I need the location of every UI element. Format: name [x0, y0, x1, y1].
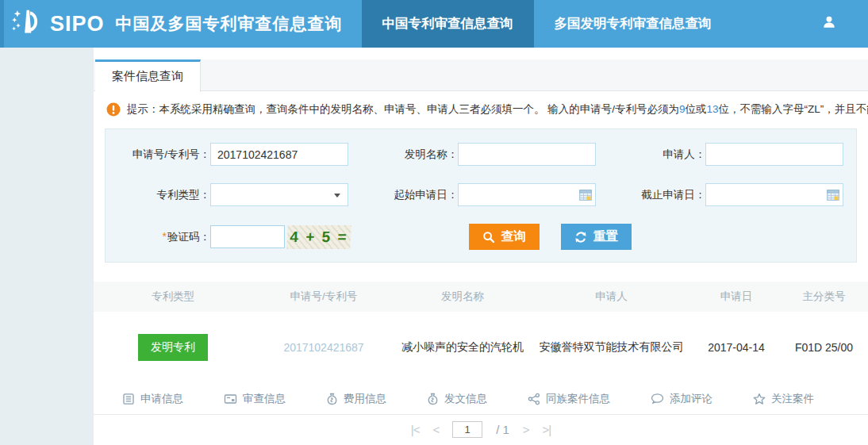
row-main-class: F01D 25/00 — [780, 341, 868, 354]
invention-name-input[interactable] — [458, 143, 596, 166]
document-icon — [122, 393, 135, 405]
captcha-label: *验证码： — [106, 230, 210, 244]
sipo-logo-icon — [10, 7, 45, 40]
action-issued-document-info[interactable]: 发文信息 — [427, 392, 487, 406]
pagination: |< < / 1 > >| — [94, 415, 868, 438]
results-header-row: 专利类型 申请号/专利号 发明名称 申请人 申请日 主分类号 — [94, 282, 868, 312]
top-header: SIPO 中国及多国专利审查信息查询 中国专利审查信息查询 多国发明专利审查信息… — [0, 0, 868, 48]
logo-text: SIPO — [50, 12, 105, 36]
app-number-label: 申请号/专利号： — [106, 148, 210, 162]
date-to-label: 截止申请日： — [601, 188, 705, 202]
col-patent-type: 专利类型 — [94, 290, 252, 304]
required-asterisk: * — [163, 230, 167, 243]
nav-tab-china-patent[interactable]: 中国专利审查信息查询 — [362, 0, 534, 48]
col-applicant: 申请人 — [530, 290, 693, 304]
notice-bar: 提示：本系统采用精确查询，查询条件中的发明名称、申请号、申请人三者必须填一个。 … — [106, 102, 855, 117]
date-from-input[interactable] — [458, 183, 596, 206]
date-from-label: 起始申请日： — [353, 188, 458, 202]
form-row-2: 专利类型： 起始申请日： — [106, 183, 856, 206]
patent-type-select[interactable] — [210, 183, 348, 206]
search-icon — [482, 231, 495, 244]
form-buttons: 查询 重置 — [469, 224, 632, 250]
calendar-icon[interactable] — [827, 189, 839, 201]
brand: SIPO 中国及多国专利审查信息查询 — [4, 7, 343, 40]
comment-icon — [651, 393, 664, 405]
row-invention-name: 减小噪声的安全的汽轮机 — [395, 340, 530, 355]
action-add-comment[interactable]: 添加评论 — [651, 392, 712, 406]
field-captcha: *验证码： 4 + 5 = — [106, 225, 375, 249]
applicant-label: 申请人： — [601, 148, 705, 162]
page-total-label: / 1 — [496, 423, 509, 436]
field-applicant: 申请人： — [601, 143, 848, 166]
invention-name-label: 发明名称： — [353, 148, 458, 162]
date-to-input[interactable] — [705, 183, 843, 206]
notice-digit-13: 13 — [707, 103, 719, 115]
results-table: 专利类型 申请号/专利号 发明名称 申请人 申请日 主分类号 发明专利 2017… — [94, 282, 868, 438]
chevron-down-icon — [334, 194, 340, 198]
captcha-image[interactable]: 4 + 5 = — [286, 225, 351, 249]
field-invention-name: 发明名称： — [353, 143, 601, 166]
main-content: 案件信息查询 提示：本系统采用精确查询，查询条件中的发明名称、申请号、申请人三者… — [94, 48, 868, 445]
action-fee-info[interactable]: 费用信息 — [326, 392, 386, 406]
action-follow-case[interactable]: 关注案件 — [753, 392, 814, 406]
col-invention-name: 发明名称 — [395, 290, 530, 304]
notice-text: 提示：本系统采用精确查询，查询条件中的发明名称、申请号、申请人三者必须填一个。 … — [127, 102, 868, 117]
last-page-button[interactable]: >| — [543, 423, 551, 436]
money-bag-icon — [427, 393, 439, 405]
notice-digit-9: 9 — [679, 103, 686, 115]
col-app-date: 申请日 — [693, 290, 780, 304]
action-examination-info[interactable]: 审查信息 — [224, 392, 286, 406]
action-application-info[interactable]: 申请信息 — [122, 392, 183, 406]
query-form: 申请号/专利号： 发明名称： 申请人： 专利类型： 起始申请日： — [105, 129, 857, 263]
row-action-links: 申请信息 审查信息 费 — [94, 383, 868, 415]
user-account-button[interactable] — [822, 15, 836, 33]
search-button[interactable]: 查询 — [469, 224, 540, 250]
prev-page-button[interactable]: < — [432, 423, 439, 436]
page-number-input[interactable] — [452, 421, 482, 438]
share-icon — [528, 393, 540, 405]
app-number-input[interactable] — [210, 143, 348, 166]
field-patent-type: 专利类型： — [106, 183, 353, 206]
calendar-icon[interactable] — [579, 189, 592, 201]
action-family-case-info[interactable]: 同族案件信息 — [528, 392, 610, 406]
app-title: 中国及多国专利审查信息查询 — [116, 13, 343, 35]
patent-type-label: 专利类型： — [106, 188, 210, 202]
top-nav: 中国专利审查信息查询 多国发明专利审查信息查询 — [362, 0, 732, 48]
field-date-from: 起始申请日： — [353, 183, 601, 206]
table-row: 发明专利 2017102421687 减小噪声的安全的汽轮机 安徽誉特双节能技术… — [94, 312, 868, 383]
alert-icon — [106, 102, 121, 117]
money-bag-icon — [326, 393, 338, 405]
reset-button[interactable]: 重置 — [561, 224, 632, 250]
user-icon — [822, 15, 836, 33]
row-applicant: 安徽誉特双节能技术有限公司 — [530, 340, 693, 355]
row-app-date: 2017-04-14 — [693, 341, 780, 354]
row-app-number-link[interactable]: 2017102421687 — [252, 341, 395, 354]
nav-tab-multi-country[interactable]: 多国发明专利审查信息查询 — [534, 0, 732, 48]
tab-bar: 案件信息查询 — [94, 59, 868, 91]
first-page-button[interactable]: |< — [411, 423, 420, 436]
form-row-1: 申请号/专利号： 发明名称： 申请人： — [106, 143, 856, 166]
applicant-input[interactable] — [705, 143, 843, 166]
refresh-icon — [574, 231, 587, 244]
captcha-input[interactable] — [210, 225, 285, 248]
col-main-class: 主分类号 — [780, 290, 868, 304]
next-page-button[interactable]: > — [523, 423, 529, 436]
field-app-number: 申请号/专利号： — [106, 143, 353, 166]
patent-type-badge: 发明专利 — [138, 334, 208, 361]
col-app-number: 申请号/专利号 — [252, 290, 395, 304]
card-icon — [224, 393, 237, 405]
form-row-3: *验证码： 4 + 5 = 查询 — [106, 224, 856, 250]
field-date-to: 截止申请日： — [601, 183, 848, 206]
tab-case-info-query[interactable]: 案件信息查询 — [95, 59, 201, 92]
star-icon — [753, 393, 766, 405]
